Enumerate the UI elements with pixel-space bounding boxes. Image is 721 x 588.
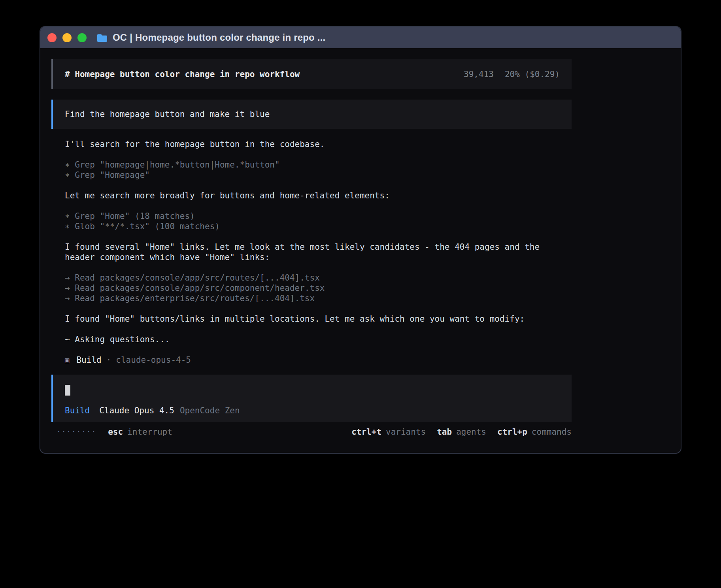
key-ctrl-t: ctrl+t [351, 427, 381, 437]
titlebar: OC | Homepage button color change in rep… [40, 27, 681, 48]
hint-agents: tab agents [437, 427, 486, 437]
tool-calls: ∗ Grep "homepage|home.*button|Home.*butt… [65, 160, 572, 180]
folder-icon [97, 33, 108, 42]
minimize-button[interactable] [62, 33, 72, 42]
key-ctrl-p: ctrl+p [497, 427, 527, 437]
tool-call-line: → Read packages/console/app/src/routes/[… [65, 273, 572, 283]
agent-badge: Build [65, 405, 90, 416]
terminal-window: OC | Homepage button color change in rep… [40, 26, 681, 454]
hint-interrupt: esc interrupt [108, 427, 172, 437]
hint-label: variants [386, 427, 426, 437]
assistant-text: Let me search more broadly for buttons a… [65, 190, 572, 201]
token-count: 39,413 [464, 69, 494, 79]
user-message-text: Find the homepage button and make it blu… [65, 109, 270, 119]
assistant-text: I found "Home" buttons/links in multiple… [65, 314, 572, 324]
hint-commands: ctrl+p commands [497, 427, 572, 437]
agent-name: Build [76, 355, 101, 365]
tool-call-line: → Read packages/enterprise/src/routes/[.… [65, 293, 572, 303]
window-title: OC | Homepage button color change in rep… [113, 32, 325, 43]
tool-call-line: ∗ Grep "homepage|home.*button|Home.*butt… [65, 160, 572, 170]
close-button[interactable] [47, 33, 57, 42]
key-tab: tab [437, 427, 452, 437]
prompt-input[interactable]: Build Claude Opus 4.5 OpenCode Zen [51, 375, 572, 422]
separator-dot: · [106, 355, 111, 365]
tool-calls: → Read packages/console/app/src/routes/[… [65, 273, 572, 303]
spinner-dots: ········ [56, 427, 96, 437]
provider-name: OpenCode Zen [180, 405, 240, 416]
tool-call-line: ∗ Grep "Homepage" [65, 170, 572, 180]
assistant-text: I found several "Home" links. Let me loo… [65, 242, 572, 262]
text-cursor [65, 385, 70, 396]
status-text: ~ Asking questions... [65, 334, 572, 345]
traffic-lights [47, 33, 87, 42]
hint-variants: ctrl+t variants [351, 427, 426, 437]
agent-status-row: ▣ Build · claude-opus-4-5 [65, 355, 572, 365]
zoom-button[interactable] [77, 33, 87, 42]
hint-label: interrupt [127, 427, 172, 437]
context-usage: 20% ($0.29) [505, 69, 560, 79]
agent-model: claude-opus-4-5 [116, 355, 191, 365]
session-header: # Homepage button color change in repo w… [51, 59, 572, 89]
session-title: # Homepage button color change in repo w… [65, 69, 300, 79]
tool-call-line: → Read packages/console/app/src/componen… [65, 283, 572, 293]
status-bar: ········ esc interrupt ctrl+t variants t… [51, 427, 572, 437]
key-esc: esc [108, 427, 123, 437]
keyboard-hints: ctrl+t variants tab agents ctrl+p comman… [351, 427, 572, 437]
model-name: Claude Opus 4.5 [99, 405, 174, 416]
tool-calls: ∗ Grep "Home" (18 matches) ∗ Glob "**/*.… [65, 211, 572, 232]
agent-square-icon: ▣ [65, 355, 69, 365]
assistant-text: I'll search for the homepage button in t… [65, 139, 572, 149]
user-message: Find the homepage button and make it blu… [51, 100, 572, 129]
session-stats: 39,413 20% ($0.29) [464, 69, 560, 79]
tool-call-line: ∗ Glob "**/*.tsx" (100 matches) [65, 221, 572, 232]
tool-call-line: ∗ Grep "Home" (18 matches) [65, 211, 572, 221]
hint-label: agents [456, 427, 486, 437]
hint-label: commands [532, 427, 572, 437]
terminal-content: # Homepage button color change in repo w… [40, 48, 681, 448]
model-row: Build Claude Opus 4.5 OpenCode Zen [65, 405, 560, 416]
